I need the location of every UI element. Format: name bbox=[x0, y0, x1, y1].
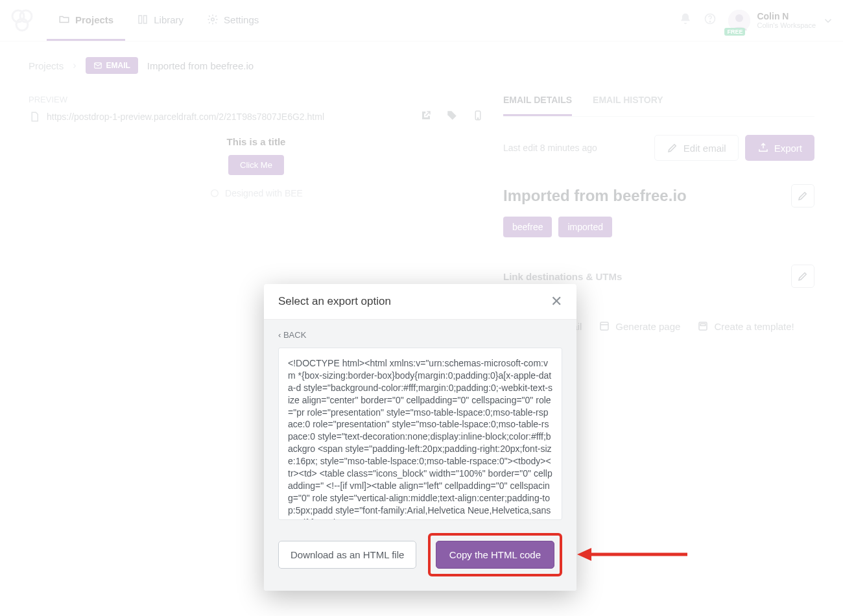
annotation-highlight: Copy the HTML code bbox=[428, 533, 562, 576]
html-code-box[interactable]: <!DOCTYPE html><html xmlns:v="urn:schema… bbox=[278, 348, 562, 520]
copy-html-button[interactable]: Copy the HTML code bbox=[436, 541, 554, 569]
modal-back-link[interactable]: ‹ BACK bbox=[278, 330, 562, 340]
close-icon[interactable]: ✕ bbox=[551, 294, 562, 309]
download-html-button[interactable]: Download as an HTML file bbox=[278, 541, 416, 569]
export-modal: Select an export option ✕ ‹ BACK <!DOCTY… bbox=[264, 284, 576, 591]
modal-title: Select an export option bbox=[278, 295, 391, 308]
